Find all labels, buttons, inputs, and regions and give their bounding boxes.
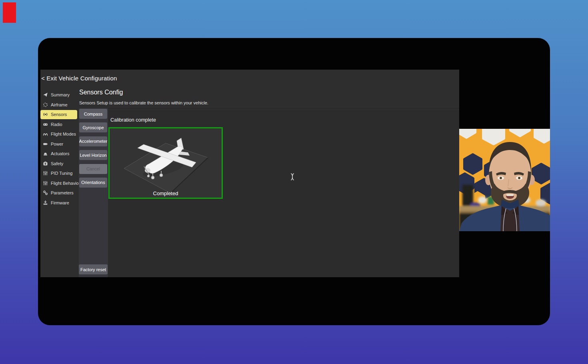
sidebar-item-summary[interactable]: Summary (40, 90, 79, 100)
recording-indicator (3, 2, 16, 23)
sidebar-item-airframe[interactable]: Airframe (40, 100, 79, 110)
presenter-illustration (459, 129, 550, 231)
gyroscope-button[interactable]: Gyroscope (79, 122, 107, 132)
page-subtitle: Sensors Setup is used to calibrate the s… (79, 100, 208, 105)
calibration-result-label: Completed (110, 190, 222, 196)
sidebar-item-parameters[interactable]: Parameters (40, 188, 79, 198)
sidebar-item-label: Power (51, 142, 63, 146)
calibration-status-heading: Calibration complete (110, 117, 156, 123)
orientations-button[interactable]: Orientations (79, 178, 107, 188)
presentation-window: < Exit Vehicle Configuration Summary Air… (38, 38, 550, 325)
qgroundcontrol-app: < Exit Vehicle Configuration Summary Air… (40, 70, 459, 277)
dashed-circle-icon (43, 102, 48, 107)
exit-vehicle-configuration-link[interactable]: < Exit Vehicle Configuration (41, 75, 117, 82)
sidebar-item-label: Actuators (51, 151, 69, 156)
sidebar-item-label: Radio (51, 122, 62, 127)
sidebar-item-label: Flight Modes (51, 132, 76, 136)
setup-sidebar: Summary Airframe Sensors Radio Flight Mo… (40, 90, 79, 208)
chip-download-icon (43, 200, 48, 205)
calibration-result-card: Completed (108, 127, 223, 199)
wave-icon (43, 132, 48, 136)
radio-icon (43, 122, 48, 127)
sidebar-item-label: Safety (51, 161, 63, 166)
text-cursor (290, 173, 295, 181)
airplane-3d-model (110, 128, 222, 198)
vehicle-setup-header: < Exit Vehicle Configuration (40, 70, 459, 87)
motor-icon (43, 151, 48, 156)
sidebar-item-label: PID Tuning (51, 171, 72, 176)
compass-button[interactable]: Compass (79, 109, 107, 119)
level-horizon-button[interactable]: Level Horizon (79, 150, 107, 160)
sidebar-item-flight-behavior[interactable]: Flight Behavior (40, 178, 79, 188)
sliders-icon (43, 171, 48, 176)
sidebar-item-safety[interactable]: Safety (40, 159, 79, 169)
sensor-buttons-column: Compass Gyroscope Accelerometer Level Ho… (79, 108, 108, 277)
accelerometer-button[interactable]: Accelerometer (79, 136, 107, 146)
paper-plane-icon (43, 92, 48, 97)
sidebar-item-label: Firmware (51, 200, 69, 205)
sidebar-item-sensors[interactable]: Sensors (40, 110, 77, 119)
medkit-icon (43, 161, 48, 166)
page-title: Sensors Config (79, 89, 123, 96)
battery-icon (43, 142, 48, 146)
sliders-icon (43, 181, 48, 186)
calibration-panel: Calibration complete (108, 108, 459, 277)
sidebar-item-label: Airframe (51, 102, 68, 107)
sidebar-item-pid-tuning[interactable]: PID Tuning (40, 168, 79, 178)
sidebar-item-label: Sensors (51, 112, 67, 117)
sidebar-item-flight-modes[interactable]: Flight Modes (40, 129, 79, 139)
sidebar-item-firmware[interactable]: Firmware (40, 198, 79, 208)
sidebar-item-label: Parameters (51, 190, 74, 195)
sidebar-item-power[interactable]: Power (40, 139, 79, 149)
sidebar-item-actuators[interactable]: Actuators (40, 149, 79, 159)
link-icon (43, 190, 48, 195)
sidebar-item-label: Flight Behavior (51, 181, 80, 186)
signal-icon (43, 112, 48, 117)
sidebar-item-radio[interactable]: Radio (40, 120, 79, 130)
presenter-webcam (459, 129, 550, 231)
factory-reset-button[interactable]: Factory reset (79, 264, 108, 274)
sidebar-item-label: Summary (51, 92, 70, 97)
cancel-button[interactable]: Cancel (79, 164, 107, 174)
